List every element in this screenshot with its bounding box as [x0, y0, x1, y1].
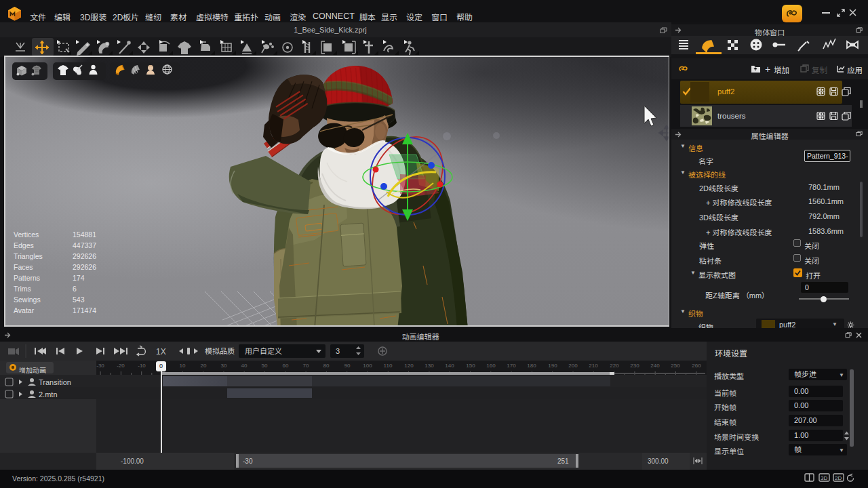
svg-text:1X: 1X	[156, 347, 166, 357]
svg-text:Vertices: Vertices	[14, 230, 39, 239]
svg-text:80: 80	[323, 363, 330, 369]
svg-text:110: 110	[384, 363, 393, 369]
svg-text:-20: -20	[117, 363, 125, 369]
svg-text:Patterns: Patterns	[14, 274, 40, 282]
svg-text:3: 3	[336, 347, 340, 355]
svg-text:100: 100	[363, 363, 372, 369]
svg-text:120: 120	[404, 363, 414, 369]
svg-text:50: 50	[262, 363, 268, 369]
svg-text:160: 160	[486, 363, 496, 369]
svg-text:154881: 154881	[73, 230, 96, 239]
svg-text:260: 260	[692, 363, 701, 369]
svg-text:Faces: Faces	[14, 263, 33, 271]
svg-text:150: 150	[466, 363, 475, 369]
svg-text:180: 180	[527, 363, 536, 369]
svg-text:190: 190	[548, 363, 557, 369]
svg-text:543: 543	[73, 296, 85, 304]
svg-text:30: 30	[221, 363, 227, 369]
svg-text:292626: 292626	[73, 252, 96, 260]
svg-text:130: 130	[425, 363, 434, 369]
svg-text:174: 174	[73, 274, 85, 282]
svg-text:Sewings: Sewings	[14, 296, 41, 304]
svg-text:模拟品质: 模拟品质	[205, 347, 235, 355]
svg-text:Triangles: Triangles	[14, 252, 43, 260]
svg-text:-10: -10	[138, 363, 146, 369]
svg-text:2D: 2D	[835, 475, 842, 481]
svg-text:90: 90	[344, 363, 351, 369]
svg-text:230: 230	[630, 363, 639, 369]
svg-text:6: 6	[73, 285, 77, 293]
svg-text:292626: 292626	[73, 263, 96, 271]
svg-text:用户自定义: 用户自定义	[245, 347, 282, 355]
svg-text:-30: -30	[96, 363, 104, 369]
svg-text:240: 240	[650, 363, 660, 369]
svg-text:171474: 171474	[73, 306, 96, 314]
svg-text:70: 70	[303, 363, 309, 369]
svg-text:Avatar: Avatar	[14, 306, 35, 314]
svg-text:10: 10	[180, 363, 186, 369]
svg-text:140: 140	[445, 363, 454, 369]
svg-text:Trims: Trims	[14, 285, 31, 293]
svg-text:2.mtn: 2.mtn	[39, 390, 58, 399]
svg-text:447337: 447337	[73, 241, 96, 249]
svg-text:40: 40	[241, 363, 248, 369]
svg-text:210: 210	[589, 363, 598, 369]
svg-text:200: 200	[568, 363, 578, 369]
svg-text:250: 250	[671, 363, 680, 369]
svg-text:20: 20	[201, 363, 207, 369]
svg-text:60: 60	[283, 363, 289, 369]
svg-text:170: 170	[507, 363, 516, 369]
svg-text:3D: 3D	[821, 475, 827, 481]
svg-text:Transition: Transition	[39, 378, 71, 386]
svg-text:220: 220	[610, 363, 619, 369]
svg-text:Edges: Edges	[14, 241, 34, 249]
